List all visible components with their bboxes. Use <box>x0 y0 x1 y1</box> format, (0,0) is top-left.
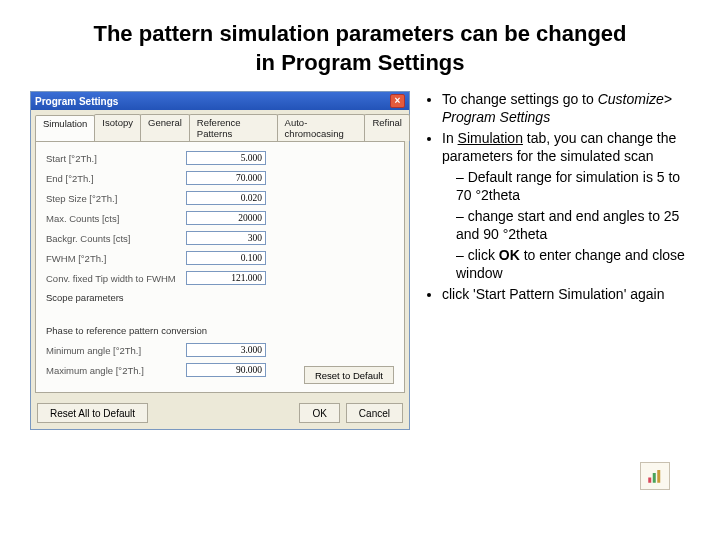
input-maxangle[interactable] <box>186 363 266 377</box>
dialog-title: Program Settings <box>35 96 118 107</box>
heading-scope: Scope parameters <box>46 292 394 303</box>
input-end[interactable] <box>186 171 266 185</box>
program-settings-dialog: Program Settings × Simulation Isotopy Ge… <box>30 91 410 430</box>
svg-rect-1 <box>653 473 656 483</box>
bullet-2: In Simulation tab, you can change the pa… <box>442 130 690 282</box>
input-minangle[interactable] <box>186 343 266 357</box>
start-simulation-icon[interactable] <box>640 462 670 490</box>
tab-strip: Simulation Isotopy General Reference Pat… <box>31 110 409 141</box>
subbullet-3: click OK to enter change and close windo… <box>456 247 690 282</box>
field-maxcounts: Max. Counts [cts] <box>46 210 394 226</box>
svg-rect-2 <box>657 470 660 483</box>
tab-general[interactable]: General <box>140 114 190 141</box>
subbullet-2: change start and end angles to 25 and 90… <box>456 208 690 243</box>
input-start[interactable] <box>186 151 266 165</box>
ok-button[interactable]: OK <box>299 403 339 423</box>
field-backgr: Backgr. Counts [cts] <box>46 230 394 246</box>
tab-auto[interactable]: Auto-chromocasing <box>277 114 366 141</box>
reset-tab-button[interactable]: Reset to Default <box>304 366 394 384</box>
field-stepsize: Step Size [°2Th.] <box>46 190 394 206</box>
field-fwhm: FWHM [°2Th.] <box>46 250 394 266</box>
tab-reference-patterns[interactable]: Reference Patterns <box>189 114 278 141</box>
input-backgr[interactable] <box>186 231 266 245</box>
dialog-titlebar[interactable]: Program Settings × <box>31 92 409 110</box>
tab-panel: Start [°2Th.] End [°2Th.] Step Size [°2T… <box>35 141 405 393</box>
field-conv: Conv. fixed Tip width to FWHM <box>46 270 394 286</box>
field-minangle: Minimum angle [°2Th.] <box>46 342 394 358</box>
reset-all-button[interactable]: Reset All to Default <box>37 403 148 423</box>
cancel-button[interactable]: Cancel <box>346 403 403 423</box>
field-end: End [°2Th.] <box>46 170 394 186</box>
input-conv[interactable] <box>186 271 266 285</box>
instructions: To change settings go to Customize> Prog… <box>422 91 690 430</box>
input-maxcounts[interactable] <box>186 211 266 225</box>
tab-simulation[interactable]: Simulation <box>35 115 95 142</box>
heading-phase-conv: Phase to reference pattern conversion <box>46 325 394 336</box>
input-stepsize[interactable] <box>186 191 266 205</box>
close-icon[interactable]: × <box>390 94 405 108</box>
subbullet-1: Default range for simulation is 5 to 70 … <box>456 169 690 204</box>
bullet-3: click 'Start Pattern Simulation' again <box>442 286 690 304</box>
page-title: The pattern simulation parameters can be… <box>30 20 690 77</box>
field-start: Start [°2Th.] <box>46 150 394 166</box>
input-fwhm[interactable] <box>186 251 266 265</box>
tab-isotopy[interactable]: Isotopy <box>94 114 141 141</box>
tab-refinal[interactable]: Refinal <box>364 114 410 141</box>
dialog-bottombar: Reset All to Default OK Cancel <box>31 397 409 429</box>
bullet-1: To change settings go to Customize> Prog… <box>442 91 690 126</box>
svg-rect-0 <box>648 478 651 483</box>
